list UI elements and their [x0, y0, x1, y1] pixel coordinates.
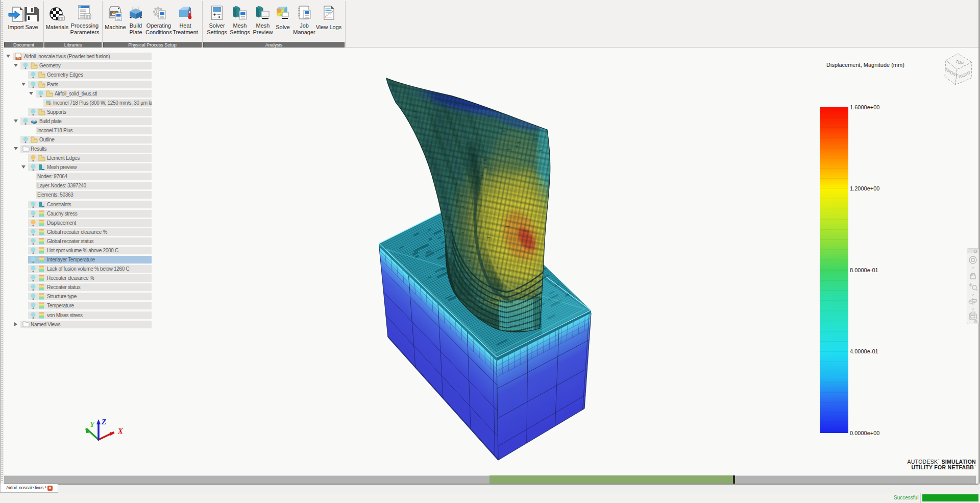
svg-text:X: X [117, 427, 124, 435]
svg-text:Y: Y [90, 420, 95, 428]
svg-text:Z: Z [101, 418, 106, 426]
svg-text:TIV: TIV [16, 57, 20, 60]
